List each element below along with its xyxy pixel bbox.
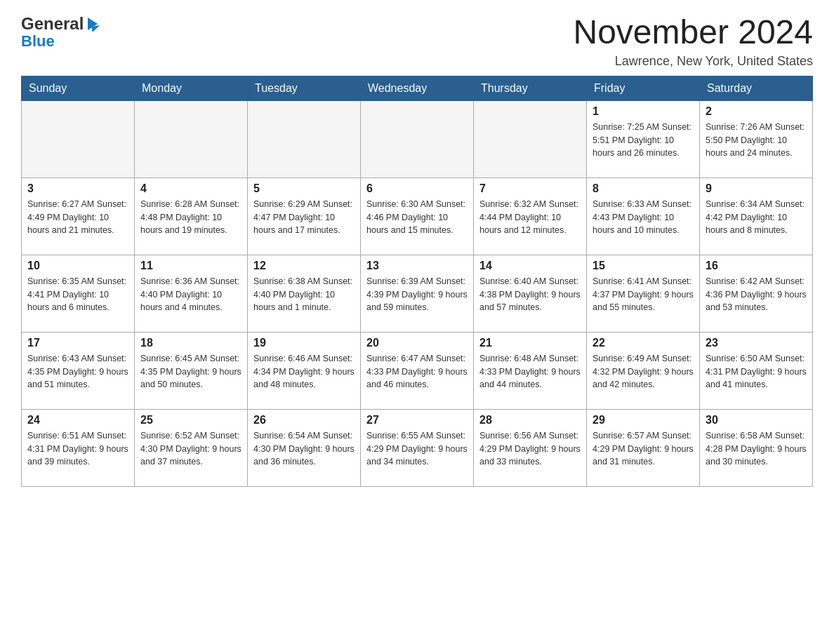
calendar-cell: 25Sunrise: 6:52 AM Sunset: 4:30 PM Dayli…: [135, 409, 248, 486]
day-number: 27: [366, 414, 468, 427]
day-number: 8: [593, 182, 694, 195]
calendar-week-row: 1Sunrise: 7:25 AM Sunset: 5:51 PM Daylig…: [22, 100, 813, 177]
calendar-week-row: 10Sunrise: 6:35 AM Sunset: 4:41 PM Dayli…: [22, 255, 813, 332]
calendar-cell: 3Sunrise: 6:27 AM Sunset: 4:49 PM Daylig…: [22, 177, 135, 255]
calendar-header-row: SundayMondayTuesdayWednesdayThursdayFrid…: [22, 76, 813, 100]
day-number: 4: [140, 182, 241, 195]
calendar-cell: 10Sunrise: 6:35 AM Sunset: 4:41 PM Dayli…: [22, 255, 135, 332]
calendar-cell: 4Sunrise: 6:28 AM Sunset: 4:48 PM Daylig…: [135, 177, 248, 255]
calendar-cell: 27Sunrise: 6:55 AM Sunset: 4:29 PM Dayli…: [361, 409, 474, 486]
day-info: Sunrise: 7:25 AM Sunset: 5:51 PM Dayligh…: [593, 121, 694, 160]
day-number: 22: [593, 337, 694, 349]
calendar-week-row: 3Sunrise: 6:27 AM Sunset: 4:49 PM Daylig…: [22, 177, 813, 255]
day-info: Sunrise: 6:56 AM Sunset: 4:29 PM Dayligh…: [479, 429, 581, 469]
calendar-cell: 12Sunrise: 6:38 AM Sunset: 4:40 PM Dayli…: [248, 255, 361, 332]
calendar-cell: [248, 100, 361, 177]
calendar-cell: 14Sunrise: 6:40 AM Sunset: 4:38 PM Dayli…: [474, 255, 587, 332]
day-number: 14: [479, 260, 581, 272]
calendar-cell: [474, 100, 587, 177]
calendar-cell: 19Sunrise: 6:46 AM Sunset: 4:34 PM Dayli…: [248, 332, 361, 409]
day-info: Sunrise: 6:57 AM Sunset: 4:29 PM Dayligh…: [593, 429, 694, 469]
calendar-cell: 18Sunrise: 6:45 AM Sunset: 4:35 PM Dayli…: [135, 332, 248, 409]
calendar-header-tuesday: Tuesday: [248, 76, 361, 100]
calendar-table: SundayMondayTuesdayWednesdayThursdayFrid…: [21, 76, 813, 487]
calendar-cell: 17Sunrise: 6:43 AM Sunset: 4:35 PM Dayli…: [22, 332, 135, 409]
day-number: 28: [479, 414, 581, 427]
calendar-header-wednesday: Wednesday: [361, 76, 474, 100]
day-info: Sunrise: 6:46 AM Sunset: 4:34 PM Dayligh…: [253, 352, 355, 391]
calendar-header-thursday: Thursday: [474, 76, 587, 100]
title-block: November 2024 Lawrence, New York, United…: [573, 14, 813, 69]
calendar-cell: 21Sunrise: 6:48 AM Sunset: 4:33 PM Dayli…: [474, 332, 587, 409]
day-number: 10: [27, 260, 128, 272]
calendar-header-sunday: Sunday: [22, 76, 135, 100]
calendar-cell: 6Sunrise: 6:30 AM Sunset: 4:46 PM Daylig…: [361, 177, 474, 255]
calendar-cell: 20Sunrise: 6:47 AM Sunset: 4:33 PM Dayli…: [361, 332, 474, 409]
day-info: Sunrise: 6:41 AM Sunset: 4:37 PM Dayligh…: [593, 275, 694, 314]
logo-blue-text: Blue: [21, 32, 55, 51]
day-info: Sunrise: 6:51 AM Sunset: 4:31 PM Dayligh…: [27, 429, 128, 469]
calendar-cell: 8Sunrise: 6:33 AM Sunset: 4:43 PM Daylig…: [587, 177, 700, 255]
day-info: Sunrise: 6:30 AM Sunset: 4:46 PM Dayligh…: [366, 198, 468, 237]
day-info: Sunrise: 6:42 AM Sunset: 4:36 PM Dayligh…: [706, 275, 807, 314]
calendar-cell: [135, 100, 248, 177]
calendar-cell: 28Sunrise: 6:56 AM Sunset: 4:29 PM Dayli…: [474, 409, 587, 486]
day-number: 20: [366, 337, 468, 349]
day-info: Sunrise: 6:58 AM Sunset: 4:28 PM Dayligh…: [706, 429, 807, 469]
calendar-cell: 22Sunrise: 6:49 AM Sunset: 4:32 PM Dayli…: [587, 332, 700, 409]
day-info: Sunrise: 6:55 AM Sunset: 4:29 PM Dayligh…: [366, 429, 468, 469]
day-info: Sunrise: 6:34 AM Sunset: 4:42 PM Dayligh…: [706, 198, 807, 237]
day-number: 19: [253, 337, 355, 349]
calendar-cell: 24Sunrise: 6:51 AM Sunset: 4:31 PM Dayli…: [22, 409, 135, 486]
calendar-header-monday: Monday: [135, 76, 248, 100]
day-info: Sunrise: 6:40 AM Sunset: 4:38 PM Dayligh…: [479, 275, 581, 314]
month-year-title: November 2024: [573, 14, 813, 51]
day-info: Sunrise: 6:47 AM Sunset: 4:33 PM Dayligh…: [366, 352, 468, 391]
calendar-cell: 23Sunrise: 6:50 AM Sunset: 4:31 PM Dayli…: [700, 332, 813, 409]
day-info: Sunrise: 6:32 AM Sunset: 4:44 PM Dayligh…: [479, 198, 581, 237]
logo: General Blue: [21, 14, 100, 51]
calendar-cell: [22, 100, 135, 177]
day-info: Sunrise: 6:27 AM Sunset: 4:49 PM Dayligh…: [27, 198, 128, 237]
day-number: 30: [706, 414, 807, 427]
calendar-cell: 1Sunrise: 7:25 AM Sunset: 5:51 PM Daylig…: [587, 100, 700, 177]
calendar-header-saturday: Saturday: [700, 76, 813, 100]
day-info: Sunrise: 6:43 AM Sunset: 4:35 PM Dayligh…: [27, 352, 128, 391]
logo-general-text: General: [21, 14, 84, 34]
day-number: 24: [27, 414, 128, 427]
calendar-cell: 30Sunrise: 6:58 AM Sunset: 4:28 PM Dayli…: [700, 409, 813, 486]
calendar-cell: 15Sunrise: 6:41 AM Sunset: 4:37 PM Dayli…: [587, 255, 700, 332]
calendar-cell: 16Sunrise: 6:42 AM Sunset: 4:36 PM Dayli…: [700, 255, 813, 332]
day-number: 9: [706, 182, 807, 195]
location-subtitle: Lawrence, New York, United States: [573, 54, 813, 69]
day-number: 6: [366, 182, 468, 195]
day-number: 15: [593, 260, 694, 272]
calendar-cell: 5Sunrise: 6:29 AM Sunset: 4:47 PM Daylig…: [248, 177, 361, 255]
day-number: 12: [253, 260, 355, 272]
day-number: 26: [253, 414, 355, 427]
day-number: 25: [140, 414, 241, 427]
day-info: Sunrise: 6:29 AM Sunset: 4:47 PM Dayligh…: [253, 198, 355, 237]
calendar-cell: 26Sunrise: 6:54 AM Sunset: 4:30 PM Dayli…: [248, 409, 361, 486]
day-number: 13: [366, 260, 468, 272]
page-header: General Blue November 2024 Lawrence, New…: [21, 14, 813, 69]
calendar-cell: [361, 100, 474, 177]
day-info: Sunrise: 6:28 AM Sunset: 4:48 PM Dayligh…: [140, 198, 241, 237]
calendar-cell: 9Sunrise: 6:34 AM Sunset: 4:42 PM Daylig…: [700, 177, 813, 255]
day-number: 2: [706, 105, 807, 118]
logo-arrow-icon: [85, 16, 100, 32]
day-number: 17: [27, 337, 128, 349]
day-info: Sunrise: 6:38 AM Sunset: 4:40 PM Dayligh…: [253, 275, 355, 314]
calendar-week-row: 24Sunrise: 6:51 AM Sunset: 4:31 PM Dayli…: [22, 409, 813, 486]
calendar-week-row: 17Sunrise: 6:43 AM Sunset: 4:35 PM Dayli…: [22, 332, 813, 409]
day-info: Sunrise: 6:50 AM Sunset: 4:31 PM Dayligh…: [706, 352, 807, 391]
calendar-cell: 11Sunrise: 6:36 AM Sunset: 4:40 PM Dayli…: [135, 255, 248, 332]
day-info: Sunrise: 6:39 AM Sunset: 4:39 PM Dayligh…: [366, 275, 468, 314]
calendar-cell: 7Sunrise: 6:32 AM Sunset: 4:44 PM Daylig…: [474, 177, 587, 255]
day-info: Sunrise: 6:54 AM Sunset: 4:30 PM Dayligh…: [253, 429, 355, 469]
day-info: Sunrise: 6:36 AM Sunset: 4:40 PM Dayligh…: [140, 275, 241, 314]
calendar-cell: 2Sunrise: 7:26 AM Sunset: 5:50 PM Daylig…: [700, 100, 813, 177]
calendar-cell: 29Sunrise: 6:57 AM Sunset: 4:29 PM Dayli…: [587, 409, 700, 486]
day-info: Sunrise: 6:33 AM Sunset: 4:43 PM Dayligh…: [593, 198, 694, 237]
day-info: Sunrise: 7:26 AM Sunset: 5:50 PM Dayligh…: [706, 121, 807, 160]
